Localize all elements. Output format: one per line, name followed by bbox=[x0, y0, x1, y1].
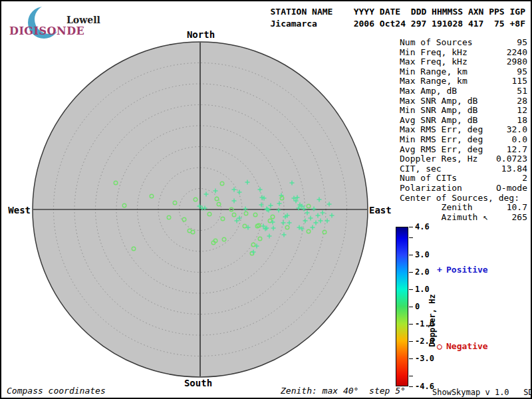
showskymap-window: { "logo": { "lowell": "Lowell", "digison… bbox=[0, 0, 532, 399]
stat-row: Max RMS Err, deg32.0 bbox=[400, 125, 527, 135]
zenith-range-note: Zenith: max 40° step 5° bbox=[281, 386, 406, 396]
colorbar-tick bbox=[409, 307, 413, 307]
stat-row: Max Range, km115 bbox=[400, 76, 527, 86]
colorbar-title: Doppler, Hz bbox=[428, 294, 437, 346]
stat-row: CIT, sec13.84 bbox=[400, 164, 527, 174]
colorbar-tick-label: 4.6 bbox=[415, 222, 430, 231]
colorbar-tick-label: 0 bbox=[415, 302, 420, 311]
compass-label-south: South bbox=[178, 378, 218, 388]
stat-row: Max Freq, kHz2980 bbox=[400, 57, 527, 67]
stat-row: Max SNR Amp, dB28 bbox=[400, 96, 527, 106]
legend-positive: +Positive bbox=[437, 265, 488, 275]
stat-row: Min Range, km95 bbox=[400, 67, 527, 77]
logo-digisonde-text: DIGISONDE bbox=[9, 25, 84, 37]
legend-negative-label: Negative bbox=[446, 341, 488, 351]
colorbar-tick-label: 3.0 bbox=[415, 250, 430, 259]
circle-marker-icon: ○ bbox=[437, 341, 446, 351]
colorbar-tick bbox=[409, 341, 413, 342]
stat-row: Avg SNR Amp, dB18 bbox=[400, 116, 527, 126]
stats-panel: Num of Sources95Min Freq, kHz2240Max Fre… bbox=[400, 38, 527, 222]
compass-label-west: West bbox=[5, 205, 31, 215]
colorbar-tick bbox=[409, 255, 413, 255]
stat-row: Center of Sources, deg: bbox=[400, 194, 527, 203]
stat-row: Num of CITs2 bbox=[400, 174, 527, 184]
colorbar-tick bbox=[409, 289, 413, 290]
colorbar-tick-label: -3.0 bbox=[415, 354, 434, 363]
stat-row: Avg RMS Err, deg12.7 bbox=[400, 145, 527, 155]
stat-row: Doppler Res, Hz0.0723 bbox=[400, 154, 527, 164]
version-note: ShowSkymap v 1.0 SD v 4.2 bbox=[432, 388, 532, 397]
colorbar-tick bbox=[409, 227, 413, 227]
legend-negative: ○Negative bbox=[437, 341, 488, 351]
stat-row: Num of Sources95 bbox=[400, 38, 527, 48]
plus-marker-icon: + bbox=[437, 265, 446, 275]
stat-row: Zenith10.7 bbox=[400, 203, 527, 213]
compass-label-north: North bbox=[181, 29, 221, 40]
doppler-colorbar bbox=[396, 227, 408, 386]
colorbar-tick-label: 2.0 bbox=[415, 267, 430, 277]
colorbar-tick bbox=[409, 376, 413, 376]
colorbar-tick bbox=[409, 386, 413, 387]
lowell-digisonde-logo: Lowell DIGISONDE bbox=[5, 4, 122, 37]
colorbar-tick bbox=[409, 324, 413, 325]
colorbar-tick bbox=[409, 237, 413, 238]
stat-row: Min Freq, kHz2240 bbox=[400, 48, 527, 58]
station-values-row: Jicamarca 2006 Oct24 297 191028 417 75 +… bbox=[270, 18, 525, 29]
colorbar-tick-label: 1.0 bbox=[415, 285, 430, 294]
stat-row: Max Amp, dB51 bbox=[400, 86, 527, 96]
logo-lowell-text: Lowell bbox=[66, 15, 100, 25]
stat-row: Min SNR Amp, dB12 bbox=[400, 106, 527, 116]
colorbar-tick-label: -4.6 bbox=[415, 382, 434, 391]
coordinates-note: Compass coordinates bbox=[7, 386, 106, 396]
station-columns-row: STATION NAME YYYY DATE DDD HHMMSS AXN PP… bbox=[270, 6, 525, 17]
stat-row: Min RMS Err, deg0.0 bbox=[400, 135, 527, 145]
colorbar-tick bbox=[409, 272, 413, 273]
stat-row: Azimuth ↖265 bbox=[400, 213, 527, 223]
stat-row: PolarizationO-mode bbox=[400, 184, 527, 194]
compass-label-east: East bbox=[369, 205, 392, 215]
colorbar-tick bbox=[409, 358, 413, 359]
legend-positive-label: Positive bbox=[446, 265, 488, 275]
